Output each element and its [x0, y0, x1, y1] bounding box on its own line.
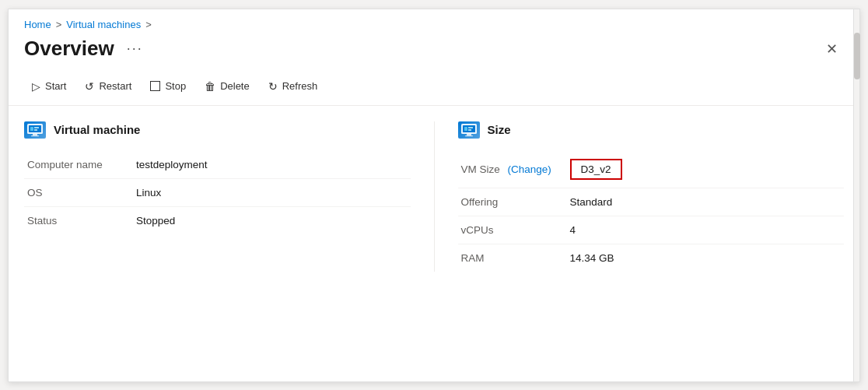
delete-label: Delete	[220, 80, 250, 92]
svg-rect-12	[468, 127, 473, 128]
table-row: Offering Standard	[458, 188, 845, 216]
overview-panel: Home > Virtual machines > Overview ··· ✕…	[8, 9, 860, 382]
table-row: RAM 14.34 GB	[458, 244, 845, 272]
vm-section-header: Virtual machine	[24, 121, 411, 139]
panel-header: Overview ··· ✕	[9, 33, 859, 69]
size-offering-value: Standard	[567, 188, 845, 216]
vm-status-label: Status	[24, 206, 133, 234]
size-ram-label: RAM	[458, 244, 567, 272]
vm-icon	[24, 121, 46, 139]
scrollbar-thumb[interactable]	[854, 33, 860, 79]
size-vcpus-label: vCPUs	[458, 216, 567, 244]
stop-button[interactable]: Stop	[142, 76, 194, 97]
size-monitor-svg	[460, 123, 478, 137]
breadcrumb: Home > Virtual machines >	[9, 9, 859, 33]
highlighted-size-value: D3_v2	[570, 159, 622, 180]
vm-monitor-svg	[26, 123, 44, 137]
delete-button[interactable]: 🗑 Delete	[197, 76, 257, 97]
table-row: OS Linux	[24, 178, 411, 206]
svg-rect-2	[33, 134, 37, 135]
restart-icon: ↺	[85, 80, 94, 93]
table-row: Computer name testdeployment	[24, 151, 411, 179]
size-info-table: VM Size (Change) D3_v2 Offering Standard…	[458, 151, 845, 272]
svg-rect-10	[465, 135, 473, 136]
size-vmsize-value: D3_v2	[567, 151, 845, 188]
svg-rect-9	[467, 134, 471, 135]
table-row: vCPUs 4	[458, 216, 845, 244]
size-vmsize-label: VM Size (Change)	[458, 151, 567, 188]
svg-rect-13	[468, 129, 471, 131]
breadcrumb-home[interactable]: Home	[24, 19, 51, 30]
toolbar: ▷ Start ↺ Restart Stop 🗑 Delete ↻ Refres…	[9, 69, 859, 106]
size-section: Size VM Size (Change) D3_v2 Offering Sta…	[435, 121, 845, 272]
size-section-title: Size	[488, 123, 511, 136]
refresh-label: Refresh	[282, 80, 318, 92]
size-section-header: Size	[458, 121, 845, 139]
stop-icon	[150, 81, 160, 91]
breadcrumb-sep-1: >	[56, 19, 62, 30]
vm-status-value: Stopped	[133, 206, 411, 234]
start-button[interactable]: ▷ Start	[24, 76, 74, 97]
vm-section-title: Virtual machine	[54, 123, 140, 136]
vm-info-table: Computer name testdeployment OS Linux St…	[24, 151, 411, 234]
svg-rect-3	[31, 135, 39, 136]
vm-os-value: Linux	[133, 178, 411, 206]
scrollbar-track[interactable]	[853, 9, 859, 381]
size-vcpus-value: 4	[567, 216, 845, 244]
vm-os-label: OS	[24, 178, 133, 206]
restart-label: Restart	[99, 80, 131, 92]
svg-rect-11	[464, 127, 467, 131]
svg-rect-5	[34, 127, 39, 128]
vm-computer-name-value: testdeployment	[133, 151, 411, 179]
page-title: Overview	[24, 37, 114, 61]
refresh-icon: ↻	[268, 80, 278, 93]
change-size-link[interactable]: (Change)	[508, 163, 551, 175]
breadcrumb-virtual-machines[interactable]: Virtual machines	[66, 19, 141, 30]
size-offering-label: Offering	[458, 188, 567, 216]
more-options-button[interactable]: ···	[122, 39, 148, 58]
restart-button[interactable]: ↺ Restart	[77, 76, 139, 97]
vm-computer-name-label: Computer name	[24, 151, 133, 179]
size-icon	[458, 121, 480, 139]
refresh-button[interactable]: ↻ Refresh	[261, 76, 326, 97]
svg-rect-6	[34, 129, 37, 131]
table-row: Status Stopped	[24, 206, 411, 234]
size-ram-value: 14.34 GB	[567, 244, 845, 272]
header-left: Overview ···	[24, 37, 148, 61]
content-area: Virtual machine Computer name testdeploy…	[9, 106, 859, 287]
close-button[interactable]: ✕	[819, 37, 844, 61]
svg-rect-4	[30, 127, 33, 131]
breadcrumb-sep-2: >	[145, 19, 152, 30]
vm-section: Virtual machine Computer name testdeploy…	[24, 121, 435, 272]
start-label: Start	[45, 80, 66, 92]
stop-label: Stop	[165, 80, 186, 92]
delete-icon: 🗑	[205, 80, 215, 93]
table-row: VM Size (Change) D3_v2	[458, 151, 845, 188]
start-icon: ▷	[32, 80, 40, 93]
